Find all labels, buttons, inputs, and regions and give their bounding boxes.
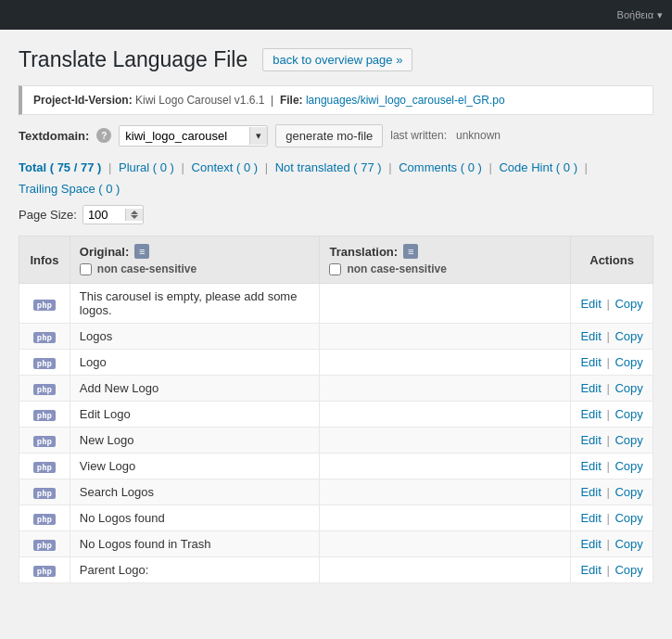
php-badge: php (33, 462, 56, 473)
infos-header-label: Infos (30, 253, 58, 267)
edit-link[interactable]: Edit (580, 485, 601, 499)
translation-filter-icon[interactable] (403, 244, 418, 259)
trailing-space-row: Trailing Space ( 0 ) (19, 182, 653, 196)
action-links: Edit | Copy (580, 511, 642, 525)
translation-filter-cell: Translation: non case-sensitive (329, 244, 561, 275)
copy-link[interactable]: Copy (615, 537, 642, 551)
edit-link[interactable]: Edit (580, 563, 601, 577)
row-actions: Edit | Copy (571, 350, 653, 376)
edit-link[interactable]: Edit (580, 511, 601, 525)
col-header-infos: Infos (19, 236, 70, 284)
pagesize-input-wrap (82, 205, 144, 224)
table-row: phpThis carousel is empty, please add so… (19, 284, 653, 324)
row-actions: Edit | Copy (571, 479, 653, 505)
plural-link[interactable]: Plural ( 0 ) (119, 160, 174, 174)
last-written-label: last written: (390, 129, 447, 142)
action-links: Edit | Copy (580, 485, 642, 499)
row-infos: php (19, 505, 70, 531)
php-badge: php (33, 410, 56, 421)
copy-link[interactable]: Copy (615, 563, 642, 577)
pagesize-down-icon (131, 215, 138, 219)
row-actions: Edit | Copy (571, 402, 653, 428)
row-actions: Edit | Copy (571, 428, 653, 454)
php-badge: php (33, 384, 56, 395)
action-separator: | (606, 537, 613, 551)
row-original: Parent Logo: (70, 557, 320, 583)
row-infos: php (19, 350, 70, 376)
table-row: phpAdd New Logo Edit | Copy (19, 376, 653, 402)
table-row: phpSearch Logos Edit | Copy (19, 479, 653, 505)
row-original: Edit Logo (70, 402, 320, 428)
copy-link[interactable]: Copy (615, 297, 642, 311)
row-translation (320, 479, 571, 505)
col-header-original: Original: non case-sensitive (70, 236, 320, 284)
php-badge: php (33, 514, 56, 525)
original-header-label: Original: (80, 245, 129, 259)
table-row: phpView Logo Edit | Copy (19, 454, 653, 479)
row-actions: Edit | Copy (571, 376, 653, 402)
code-hint-link[interactable]: Code Hint ( 0 ) (499, 160, 577, 174)
copy-link[interactable]: Copy (615, 381, 642, 395)
help-menu[interactable]: Βοήθεια ▾ (617, 9, 663, 21)
copy-link[interactable]: Copy (615, 433, 642, 447)
row-translation (320, 284, 571, 324)
generate-mo-button[interactable]: generate mo-file (275, 124, 383, 147)
pagesize-input[interactable] (83, 206, 125, 224)
copy-link[interactable]: Copy (615, 485, 642, 499)
help-label: Βοήθεια (617, 9, 653, 20)
back-to-overview-button[interactable]: back to overview page » (262, 48, 412, 71)
table-header-row: Infos Original: non case-sensitive (19, 236, 653, 284)
copy-link[interactable]: Copy (615, 355, 642, 369)
action-links: Edit | Copy (580, 433, 642, 447)
copy-link[interactable]: Copy (615, 459, 642, 473)
edit-link[interactable]: Edit (580, 329, 601, 343)
action-separator: | (606, 297, 613, 311)
total-link[interactable]: Total ( 75 / 77 ) (19, 160, 101, 174)
action-links: Edit | Copy (580, 355, 642, 369)
php-badge: php (33, 358, 56, 369)
context-link[interactable]: Context ( 0 ) (192, 160, 259, 174)
action-separator: | (606, 407, 613, 421)
translation-case-checkbox[interactable] (329, 263, 341, 275)
project-id-value: Kiwi Logo Carousel v1.6.1 (135, 94, 264, 107)
row-actions: Edit | Copy (571, 324, 653, 350)
edit-link[interactable]: Edit (580, 355, 601, 369)
row-original: Logos (70, 324, 320, 350)
table-row: phpEdit Logo Edit | Copy (19, 402, 653, 428)
row-infos: php (19, 428, 70, 454)
pagesize-spinner[interactable] (125, 209, 143, 221)
table-row: phpLogos Edit | Copy (19, 324, 653, 350)
textdomain-dropdown-arrow[interactable]: ▾ (249, 127, 267, 145)
original-filter-icon[interactable] (134, 244, 149, 259)
edit-link[interactable]: Edit (580, 407, 601, 421)
copy-link[interactable]: Copy (615, 511, 642, 525)
edit-link[interactable]: Edit (580, 537, 601, 551)
row-translation (320, 505, 571, 531)
action-separator: | (606, 563, 613, 577)
php-badge: php (33, 332, 56, 343)
last-written: last written: unknown (390, 129, 501, 142)
original-case-checkbox[interactable] (80, 263, 92, 275)
action-links: Edit | Copy (580, 297, 642, 311)
action-links: Edit | Copy (580, 563, 642, 577)
copy-link[interactable]: Copy (615, 329, 642, 343)
action-links: Edit | Copy (580, 537, 642, 551)
edit-link[interactable]: Edit (580, 459, 601, 473)
edit-link[interactable]: Edit (580, 433, 601, 447)
comments-link[interactable]: Comments ( 0 ) (399, 160, 482, 174)
row-translation (320, 376, 571, 402)
edit-link[interactable]: Edit (580, 297, 601, 311)
help-arrow-icon: ▾ (657, 9, 663, 21)
file-link[interactable]: languages/kiwi_logo_carousel-el_GR.po (306, 94, 505, 107)
php-badge: php (33, 540, 56, 551)
row-infos: php (19, 454, 70, 479)
trailing-space-link[interactable]: Trailing Space ( 0 ) (19, 182, 120, 196)
not-translated-link[interactable]: Not translated ( 77 ) (275, 160, 382, 174)
textdomain-input[interactable] (120, 126, 249, 146)
row-actions: Edit | Copy (571, 454, 653, 479)
edit-link[interactable]: Edit (580, 381, 601, 395)
textdomain-help-icon[interactable]: ? (96, 128, 111, 143)
copy-link[interactable]: Copy (615, 407, 642, 421)
row-actions: Edit | Copy (571, 531, 653, 557)
file-label: File: (280, 94, 303, 107)
